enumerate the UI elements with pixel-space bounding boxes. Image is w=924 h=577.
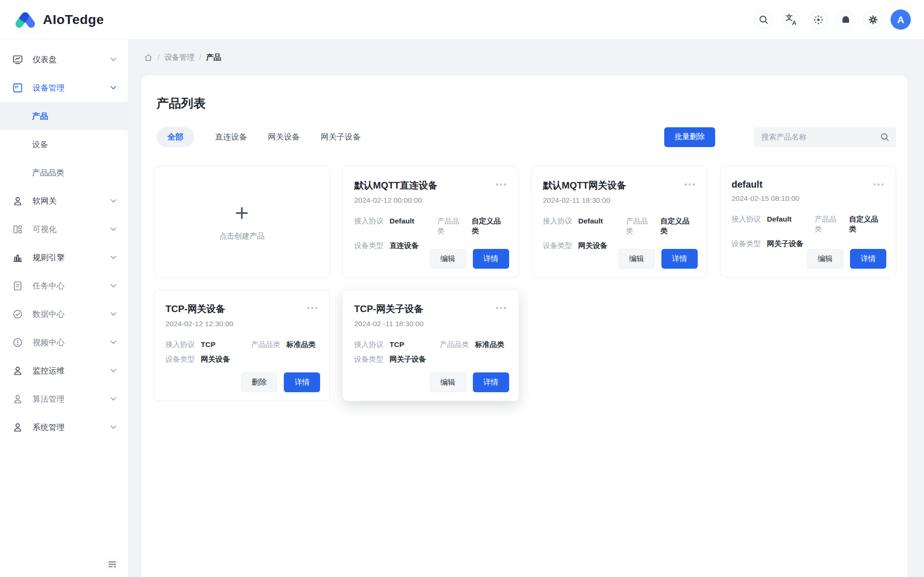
theme-button[interactable]	[808, 10, 828, 29]
sidebar-item-label: 监控运维	[33, 365, 101, 376]
category-value: 标准品类	[475, 340, 504, 350]
sidebar-item-dashboard[interactable]: 仪表盘	[0, 45, 128, 74]
collapse-sidebar-icon	[107, 560, 117, 569]
collapse-sidebar-button[interactable]	[105, 557, 119, 571]
product-card: default 2024-02-15 08:10:00 接入协议Default …	[720, 166, 896, 278]
protocol-value: Default	[578, 217, 603, 225]
page-title: 产品列表	[157, 95, 896, 112]
sidebar-item-device-management[interactable]: 设备管理	[0, 74, 128, 102]
batch-delete-button[interactable]: 批量删除	[664, 127, 715, 147]
settings-gear-icon	[868, 15, 878, 25]
search-input[interactable]	[761, 133, 880, 141]
alert-circle-icon	[12, 337, 23, 348]
category-value: 标准品类	[287, 340, 316, 350]
chevron-down-icon	[110, 86, 116, 90]
protocol-value: TCP	[389, 340, 404, 349]
category-value: 自定义品类	[660, 216, 696, 236]
device-type-value: 网关子设备	[767, 239, 804, 249]
sidebar-item-label: 仪表盘	[33, 54, 101, 65]
product-time: 2024-02-12 00:00:00	[354, 196, 507, 205]
protocol-value: TCP	[201, 340, 215, 349]
sidebar-item-device[interactable]: 设备	[0, 130, 128, 158]
product-card: TCP-网关子设备 2024-02 -11 18:30:00 接入协议TCP 产…	[342, 289, 519, 401]
tab-direct-device[interactable]: 直连设备	[215, 132, 247, 142]
language-button[interactable]: 文 A	[781, 10, 800, 29]
product-title: 默认MQTT网关设备	[543, 179, 696, 192]
sidebar: 仪表盘 设备管理 产品 设备 产品品类 软网关	[0, 40, 128, 577]
more-menu-button[interactable]	[683, 181, 697, 188]
notifications-button[interactable]	[836, 10, 855, 29]
sidebar-item-product-category[interactable]: 产品品类	[0, 158, 128, 187]
sidebar-item-task-center[interactable]: 任务中心	[0, 272, 128, 300]
sidebar-item-product[interactable]: 产品	[0, 102, 128, 130]
home-icon[interactable]	[144, 53, 153, 62]
chevron-down-icon	[110, 425, 116, 429]
sidebar-item-monitoring-ops[interactable]: 监控运维	[0, 356, 128, 385]
product-time: 2024-02-11 18:30:00	[543, 196, 696, 205]
more-menu-button[interactable]	[872, 181, 886, 188]
filter-tabs: 全部 直连设备 网关设备 网关子设备	[157, 127, 361, 147]
app-header: AIoTedge 文 A	[0, 0, 924, 40]
device-type-value: 直连设备	[389, 241, 419, 251]
person-icon	[12, 394, 23, 404]
more-menu-button[interactable]	[494, 181, 508, 188]
sidebar-item-visualization[interactable]: 可视化	[0, 215, 128, 243]
search-button[interactable]	[754, 10, 773, 29]
product-card: 默认MQTT网关设备 2024-02-11 18:30:00 接入协议Defau…	[531, 166, 708, 278]
plus-icon	[235, 206, 249, 220]
sidebar-item-algorithm-management[interactable]: 算法管理	[0, 385, 128, 413]
sidebar-item-video-center[interactable]: 视频中心	[0, 328, 128, 356]
edit-button[interactable]: 编辑	[430, 249, 466, 269]
sidebar-item-rule-engine[interactable]: 规则引擎	[0, 243, 128, 272]
chevron-down-icon	[110, 340, 116, 344]
breadcrumb: / 设备管理 / 产品	[128, 40, 924, 75]
document-icon	[12, 280, 23, 291]
sidebar-item-soft-gateway[interactable]: 软网关	[0, 187, 128, 215]
details-button[interactable]: 详情	[661, 249, 698, 269]
more-menu-button[interactable]	[494, 305, 508, 311]
create-product-card[interactable]: 点击创建产品	[154, 166, 330, 278]
breadcrumb-product: 产品	[206, 53, 221, 63]
product-title: default	[732, 179, 884, 190]
create-product-label: 点击创建产品	[219, 231, 264, 241]
device-management-icon	[12, 82, 23, 93]
header-actions: 文 A	[754, 9, 911, 30]
details-button[interactable]: 详情	[473, 249, 509, 269]
details-button[interactable]: 详情	[850, 249, 886, 269]
brightness-icon	[813, 15, 824, 25]
user-avatar[interactable]: A	[891, 9, 911, 30]
chevron-down-icon	[110, 227, 116, 231]
device-type-value: 网关设备	[578, 241, 608, 251]
more-menu-button[interactable]	[305, 305, 320, 311]
settings-button[interactable]	[863, 10, 883, 29]
tab-all[interactable]: 全部	[157, 127, 194, 147]
rule-engine-icon	[12, 252, 23, 263]
person-icon	[12, 365, 23, 376]
edit-button[interactable]: 编辑	[807, 249, 843, 269]
product-title: 默认MQTT直连设备	[354, 179, 507, 192]
tab-gateway-device[interactable]: 网关设备	[268, 132, 300, 142]
toolbar: 全部 直连设备 网关设备 网关子设备 批量删除	[154, 127, 896, 147]
product-time: 2024-02-15 08:10:00	[732, 194, 884, 203]
sidebar-item-label: 任务中心	[33, 280, 101, 291]
category-value: 自定义品类	[849, 214, 884, 234]
sidebar-item-label: 系统管理	[33, 422, 101, 433]
details-button[interactable]: 详情	[284, 372, 320, 392]
protocol-value: Default	[767, 215, 792, 223]
protocol-value: Default	[389, 217, 414, 225]
product-card: TCP-网关设备 2024-02-12 12:30:00 接入协议TCP 产品品…	[154, 289, 330, 401]
edit-button[interactable]: 编辑	[430, 372, 466, 392]
sidebar-item-data-center[interactable]: 数据中心	[0, 300, 128, 328]
breadcrumb-device-management[interactable]: 设备管理	[164, 53, 194, 63]
product-time: 2024-02 -11 18:30:00	[354, 320, 507, 328]
delete-button[interactable]: 删除	[241, 372, 277, 392]
check-circle-icon	[12, 309, 23, 320]
search-icon[interactable]	[880, 132, 890, 142]
product-title: TCP-网关设备	[165, 303, 318, 315]
sidebar-item-system-management[interactable]: 系统管理	[0, 413, 128, 441]
tab-gateway-sub-device[interactable]: 网关子设备	[321, 132, 361, 142]
edit-button[interactable]: 编辑	[619, 249, 655, 269]
details-button[interactable]: 详情	[473, 372, 509, 392]
chevron-down-icon	[110, 369, 116, 372]
product-time: 2024-02-12 12:30:00	[165, 320, 318, 328]
